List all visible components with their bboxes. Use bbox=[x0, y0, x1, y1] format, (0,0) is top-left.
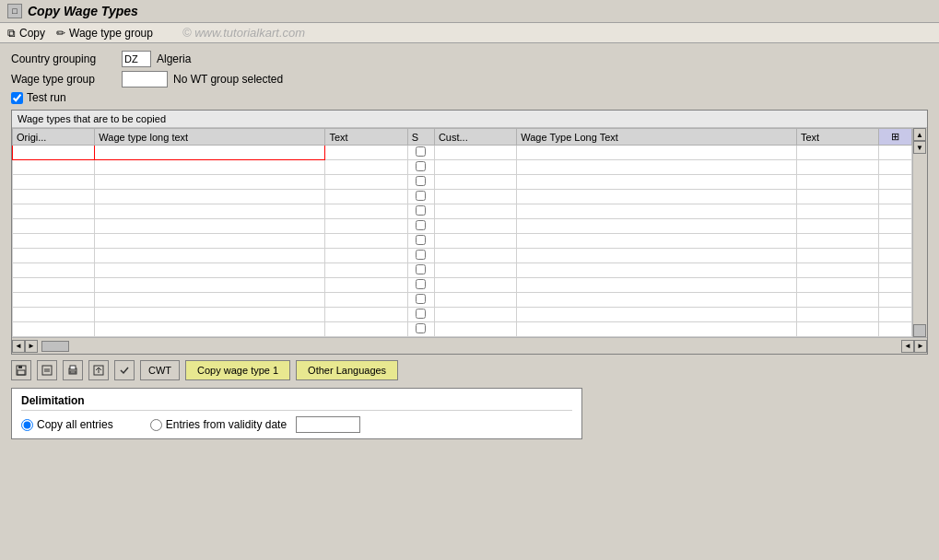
table-cell[interactable] bbox=[796, 160, 878, 175]
table-cell[interactable] bbox=[517, 146, 797, 160]
table-cell[interactable] bbox=[407, 160, 434, 175]
table-cell[interactable] bbox=[13, 308, 95, 322]
table-cell[interactable] bbox=[407, 249, 434, 263]
table-cell[interactable] bbox=[407, 293, 434, 308]
row-checkbox[interactable] bbox=[416, 294, 426, 304]
scroll-up-button[interactable]: ▲ bbox=[913, 128, 926, 141]
validity-date-input[interactable] bbox=[296, 416, 360, 433]
table-cell[interactable] bbox=[407, 278, 434, 293]
wage-type-group-input[interactable] bbox=[122, 71, 168, 88]
scroll-left-button[interactable]: ◄ bbox=[12, 340, 25, 353]
table-cell[interactable] bbox=[13, 234, 95, 249]
table-cell[interactable] bbox=[517, 322, 797, 337]
other-languages-button[interactable]: Other Languages bbox=[296, 360, 398, 380]
table-cell[interactable] bbox=[325, 278, 407, 293]
table-cell[interactable] bbox=[95, 204, 325, 219]
table-cell[interactable] bbox=[434, 322, 516, 337]
table-cell[interactable] bbox=[13, 190, 95, 204]
table-cell[interactable] bbox=[325, 308, 407, 322]
table-cell[interactable] bbox=[517, 249, 797, 263]
table-cell[interactable] bbox=[13, 263, 95, 278]
table-cell[interactable] bbox=[796, 146, 878, 160]
table-cell[interactable] bbox=[517, 278, 797, 293]
table-cell[interactable] bbox=[13, 249, 95, 263]
toolbar-wage-type-group[interactable]: ✏ Wage type group bbox=[56, 27, 153, 40]
table-cell[interactable] bbox=[95, 308, 325, 322]
table-cell[interactable] bbox=[13, 204, 95, 219]
table-cell[interactable] bbox=[434, 234, 516, 249]
row-checkbox[interactable] bbox=[416, 191, 426, 201]
row-checkbox[interactable] bbox=[416, 279, 426, 289]
table-cell[interactable] bbox=[796, 249, 878, 263]
table-cell[interactable] bbox=[407, 219, 434, 234]
table-cell[interactable] bbox=[407, 308, 434, 322]
table-cell[interactable] bbox=[95, 234, 325, 249]
scroll-right-end-button[interactable]: ◄ bbox=[901, 340, 914, 353]
table-cell[interactable] bbox=[95, 263, 325, 278]
icon-btn-3[interactable] bbox=[63, 360, 83, 380]
vertical-scrollbar[interactable]: ▲ ▼ bbox=[912, 128, 927, 337]
table-cell[interactable] bbox=[517, 204, 797, 219]
table-cell[interactable] bbox=[325, 190, 407, 204]
table-cell[interactable] bbox=[407, 175, 434, 190]
table-cell[interactable] bbox=[325, 160, 407, 175]
table-cell[interactable] bbox=[95, 293, 325, 308]
table-cell[interactable] bbox=[434, 204, 516, 219]
entries-from-radio[interactable] bbox=[150, 419, 162, 431]
scroll-thumb[interactable] bbox=[913, 324, 926, 337]
icon-btn-1[interactable] bbox=[11, 360, 31, 380]
table-cell[interactable] bbox=[95, 190, 325, 204]
table-cell[interactable] bbox=[434, 293, 516, 308]
table-cell[interactable] bbox=[13, 219, 95, 234]
toolbar-copy[interactable]: ⧉ Copy bbox=[7, 27, 45, 40]
table-cell[interactable] bbox=[517, 293, 797, 308]
scroll-right-far-button[interactable]: ► bbox=[914, 340, 927, 353]
table-cell[interactable] bbox=[434, 308, 516, 322]
table-cell[interactable] bbox=[796, 204, 878, 219]
table-cell[interactable] bbox=[517, 263, 797, 278]
table-cell[interactable] bbox=[517, 234, 797, 249]
row-checkbox[interactable] bbox=[416, 161, 426, 171]
table-cell[interactable] bbox=[325, 293, 407, 308]
table-cell[interactable] bbox=[517, 160, 797, 175]
table-cell[interactable] bbox=[796, 190, 878, 204]
table-cell[interactable] bbox=[517, 308, 797, 322]
table-cell[interactable] bbox=[325, 322, 407, 337]
row-checkbox[interactable] bbox=[416, 146, 426, 157]
table-cell[interactable] bbox=[95, 146, 325, 160]
table-cell[interactable] bbox=[325, 146, 407, 160]
table-cell[interactable] bbox=[517, 175, 797, 190]
horizontal-scrollbar[interactable]: ◄ ► ◄ ► bbox=[12, 337, 927, 354]
icon-btn-2[interactable] bbox=[37, 360, 57, 380]
table-cell[interactable] bbox=[407, 234, 434, 249]
table-cell[interactable] bbox=[434, 249, 516, 263]
table-cell[interactable] bbox=[95, 322, 325, 337]
horiz-scroll-thumb[interactable] bbox=[41, 341, 69, 352]
row-checkbox[interactable] bbox=[416, 309, 426, 319]
table-cell[interactable] bbox=[13, 322, 95, 337]
table-cell[interactable] bbox=[13, 146, 95, 160]
row-checkbox[interactable] bbox=[416, 323, 426, 333]
table-cell[interactable] bbox=[434, 278, 516, 293]
copy-wage-type-button[interactable]: Copy wage type 1 bbox=[185, 360, 290, 380]
table-cell[interactable] bbox=[796, 278, 878, 293]
table-cell[interactable] bbox=[796, 219, 878, 234]
icon-btn-5[interactable] bbox=[114, 360, 135, 380]
table-cell[interactable] bbox=[517, 190, 797, 204]
table-cell[interactable] bbox=[13, 293, 95, 308]
table-cell[interactable] bbox=[434, 146, 516, 160]
table-cell[interactable] bbox=[325, 219, 407, 234]
table-cell[interactable] bbox=[325, 204, 407, 219]
table-cell[interactable] bbox=[434, 263, 516, 278]
table-cell[interactable] bbox=[95, 160, 325, 175]
copy-all-radio[interactable] bbox=[21, 419, 33, 431]
table-cell[interactable] bbox=[407, 263, 434, 278]
table-cell[interactable] bbox=[434, 190, 516, 204]
table-cell[interactable] bbox=[796, 263, 878, 278]
table-cell[interactable] bbox=[796, 175, 878, 190]
table-cell[interactable] bbox=[13, 175, 95, 190]
row-checkbox[interactable] bbox=[416, 250, 426, 260]
table-cell[interactable] bbox=[95, 249, 325, 263]
row-checkbox[interactable] bbox=[416, 264, 426, 274]
table-cell[interactable] bbox=[95, 175, 325, 190]
